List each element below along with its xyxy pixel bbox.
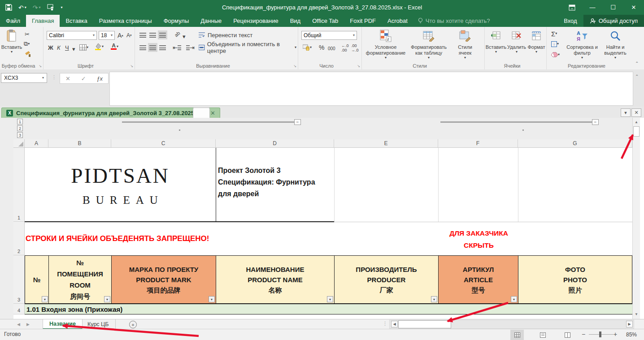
tab-review[interactable]: Рецензирование <box>227 15 284 27</box>
filter-dropdown-icon[interactable]: ▼ <box>42 296 48 302</box>
bold-button[interactable]: Ж <box>47 43 55 52</box>
collapse-group-button[interactable]: − <box>592 119 599 125</box>
cancel-entry-icon[interactable]: ✕ <box>65 75 70 82</box>
insert-cells-button[interactable]: Вставить▾ <box>486 28 506 54</box>
scroll-down-icon[interactable]: ▼ <box>633 310 640 318</box>
formula-bar-splitter[interactable]: ⋮ <box>52 74 57 80</box>
maximize-button[interactable]: ☐ <box>603 0 623 15</box>
name-box[interactable]: XCX3 ▾ <box>1 73 47 83</box>
paste-button[interactable]: Вставить▾ <box>3 28 21 54</box>
header-cell-room[interactable]: № ПОМЕЩЕНИЯ ROOM 房间号 <box>48 255 112 304</box>
column-header-B[interactable]: B <box>48 139 111 148</box>
clear-icon[interactable]: ▾ <box>550 50 561 59</box>
decrease-font-icon[interactable]: A▾ <box>125 31 133 40</box>
col-outline-level-1[interactable]: 1 <box>17 119 23 125</box>
zoom-out-button[interactable]: − <box>582 331 585 338</box>
sheet-tab-nazvanie[interactable]: Название <box>43 319 83 329</box>
align-bottom-icon[interactable] <box>158 30 167 39</box>
collapse-group-button[interactable]: − <box>294 119 301 125</box>
header-cell-product-name[interactable]: НАИМЕНОВАНИЕ PRODUCT NAME 名称 <box>216 255 335 304</box>
filter-dropdown-icon[interactable]: ▼ <box>209 296 215 302</box>
orientation-dropdown[interactable]: ▾ <box>181 32 187 41</box>
currency-format-icon[interactable] <box>47 4 55 11</box>
alignment-dialog-launcher[interactable]: ↘ <box>293 64 296 68</box>
header-cell-producer[interactable]: ПРОИЗВОДИТЕЛЬ PRODUCER 厂家 <box>334 255 439 304</box>
percent-style-button[interactable]: % <box>318 43 326 52</box>
section-row-cell[interactable]: 1.01 Входня зона (Прихожая) <box>25 304 632 314</box>
scroll-up-icon[interactable]: ▲ <box>633 118 640 126</box>
save-icon[interactable] <box>5 4 12 11</box>
decrease-indent-icon[interactable]: ⇤ <box>171 43 183 52</box>
insert-function-icon[interactable]: ƒx <box>96 75 103 82</box>
filter-dropdown-icon[interactable]: ▼ <box>431 296 437 302</box>
page-break-view-button[interactable] <box>561 330 574 340</box>
wrap-text-button[interactable]: Перенести текст <box>197 30 254 39</box>
copy-icon[interactable]: ⧉ ▾ <box>22 39 31 48</box>
tab-foxit-pdf[interactable]: Foxit PDF <box>344 15 382 27</box>
sheet-tab-kurs-cb[interactable]: Курс ЦБ <box>81 319 116 329</box>
tab-view[interactable]: Вид <box>284 15 307 27</box>
row-header-1[interactable]: 1 <box>13 148 25 222</box>
tabbar-splitter[interactable]: ⋮ <box>383 321 387 327</box>
filter-dropdown-icon[interactable]: ▼ <box>104 296 110 302</box>
align-right-icon[interactable] <box>158 43 167 52</box>
cut-icon[interactable]: ✂ <box>23 30 31 39</box>
logo-cell[interactable]: PIDTSAN BUREAU <box>25 148 216 222</box>
cell-styles-button[interactable]: Стили ячеек▾ <box>451 28 479 60</box>
hscroll-right-icon[interactable]: ▶ <box>626 321 633 327</box>
customize-qat-icon[interactable]: ▾ <box>61 6 63 9</box>
collapse-formula-bar-icon[interactable]: ⌃ <box>635 74 639 79</box>
delete-cells-button[interactable]: Удалить▾ <box>507 28 527 54</box>
close-button[interactable]: ✕ <box>623 0 644 15</box>
undo-button[interactable]: ↶▾ <box>18 4 26 11</box>
warning-cell[interactable]: СТРОКИ И ЯЧЕЙКИ ОБЪЕДЕНЯТЬ ЗАПРЕЩЕНО! <box>26 222 209 255</box>
new-sheet-icon[interactable]: + <box>129 321 137 328</box>
zoom-slider-thumb[interactable] <box>599 331 601 337</box>
increase-font-icon[interactable]: A▴ <box>116 31 125 40</box>
header-cell-photo[interactable]: ФОТО PHOTO 照片 <box>518 255 632 304</box>
find-select-button[interactable]: Найти и выделить▾ <box>600 28 631 60</box>
vertical-scrollbar[interactable] <box>632 118 640 319</box>
format-painter-icon[interactable] <box>23 49 32 58</box>
tab-data[interactable]: Данные <box>195 15 227 27</box>
underline-button[interactable]: Ч <box>64 43 70 52</box>
row-header-3[interactable]: 3 <box>13 255 25 304</box>
format-as-table-button[interactable]: Форматировать как таблицу▾ <box>408 28 449 60</box>
project-title-cell[interactable]: Проект Золотой 3 Спецификация: Фурнитура… <box>218 165 315 200</box>
row-header-2[interactable]: 2 <box>13 222 25 255</box>
tab-page-layout[interactable]: Разметка страницы <box>93 15 158 27</box>
customer-note-cell[interactable]: ДЛЯ ЗАКАЗЧИКА СКРЫТЬ <box>439 227 518 251</box>
column-header-D[interactable]: D <box>216 139 334 148</box>
column-header-E[interactable]: E <box>334 139 438 148</box>
col-outline-level-3[interactable]: 3 <box>17 132 23 138</box>
column-header-C[interactable]: C <box>111 139 216 148</box>
tab-insert[interactable]: Вставка <box>60 15 93 27</box>
normal-view-button[interactable] <box>510 330 524 340</box>
decrease-decimal-icon[interactable]: .00→.0 <box>350 43 360 52</box>
tell-me-box[interactable]: Что вы хотите сделать? <box>413 15 495 27</box>
font-size-combo[interactable]: 18▾ <box>99 31 115 40</box>
new-document-tab[interactable] <box>193 108 210 118</box>
zoom-level[interactable]: 85% <box>626 331 637 338</box>
column-header-F[interactable]: F <box>438 139 518 148</box>
row-header-4[interactable]: 4 <box>13 304 25 314</box>
sign-in-button[interactable]: Вход <box>557 15 583 27</box>
fill-color-icon[interactable]: ▾ <box>93 42 105 51</box>
filter-dropdown-icon[interactable]: ▼ <box>327 296 333 302</box>
document-close-icon[interactable]: ✕ <box>631 108 641 117</box>
increase-decimal-icon[interactable]: ←.0.00 <box>340 43 350 52</box>
clipboard-dialog-launcher[interactable]: ↘ <box>39 64 42 68</box>
align-center-icon[interactable] <box>148 43 157 52</box>
column-header-A[interactable]: A <box>25 139 48 148</box>
tab-formulas[interactable]: Формулы <box>158 15 195 27</box>
sheet-nav-right-icon[interactable]: ▶ <box>26 322 30 327</box>
tab-home[interactable]: Главная <box>26 15 60 27</box>
col-outline-level-2[interactable]: 2 <box>17 125 23 131</box>
increase-indent-icon[interactable]: ⇥ <box>185 43 196 52</box>
font-color-icon[interactable]: А▾ <box>109 42 120 51</box>
format-cells-button[interactable]: Формат▾ <box>527 28 545 54</box>
tab-office-tab[interactable]: Office Tab <box>306 15 344 27</box>
redo-button[interactable]: ↷▾ <box>33 4 41 11</box>
page-layout-view-button[interactable] <box>536 330 549 340</box>
horizontal-scrollbar-thumb[interactable] <box>398 320 451 328</box>
